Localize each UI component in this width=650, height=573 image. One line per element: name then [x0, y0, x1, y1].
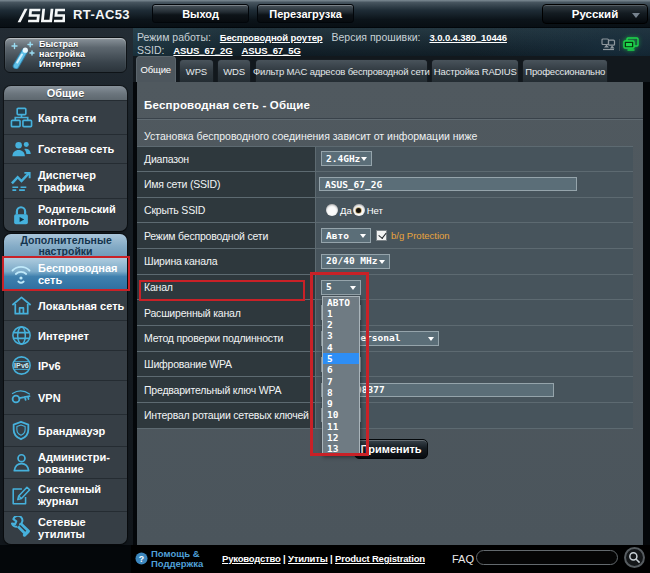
lan-icon — [4, 294, 38, 317]
search-button[interactable] — [624, 547, 645, 568]
help-support-label: Помощь & Поддержка — [151, 549, 203, 568]
sidebar-item-label: Интернет — [38, 330, 89, 342]
icon-divider — [619, 39, 620, 51]
top-bar: RT-AC53 Выход Перезагрузка Русский — [0, 0, 650, 28]
channel-label-highlight — [139, 280, 305, 302]
help-icon: ? — [135, 552, 148, 565]
sidebar-item-vpn[interactable]: VPN — [4, 380, 127, 414]
sidebar-item-label: Гостевая сеть — [38, 143, 114, 155]
section-title-general: Общие — [4, 86, 127, 100]
asus-logo — [17, 8, 65, 27]
router-admin-page: RT-AC53 Выход Перезагрузка Русский Режим… — [0, 0, 650, 573]
traffic-manager-icon — [4, 170, 38, 193]
manual-link[interactable]: Руководство — [222, 553, 281, 564]
sidebar-item-label: Родительский контроль — [38, 203, 127, 227]
operation-mode-link[interactable]: Беспроводной роутер — [220, 32, 323, 43]
quick-setup-label: Быстрая настройка Интернет — [39, 40, 85, 69]
sidebar-item-label: VPN — [38, 392, 61, 404]
footer-links: Руководство | Утилиты | Product Registra… — [222, 553, 425, 564]
sidebar-item-label: Системный журнал — [38, 483, 127, 507]
network-status-icon[interactable] — [623, 37, 639, 53]
sidebar-item-network-map[interactable]: Карта сети — [4, 100, 127, 134]
hide-ssid-yes-label: Да — [340, 205, 352, 216]
ssid-link-5g[interactable]: ASUS_67_5G — [241, 45, 300, 56]
channel-dropdown-highlight — [310, 272, 370, 457]
hide-ssid-no-radio[interactable] — [353, 204, 365, 216]
row-label: Расширенный канал — [137, 300, 316, 325]
firmware-version-link[interactable]: 3.0.0.4.380_10446 — [429, 32, 507, 43]
table-row: Предварительный ключ WPA — [137, 377, 633, 403]
row-label: Ширина канала — [137, 249, 316, 274]
table-row: Ширина канала 20/40 MHz — [137, 249, 633, 275]
utilities-link[interactable]: Утилиты — [288, 553, 328, 564]
parental-control-icon — [4, 204, 38, 227]
tab-radius[interactable]: Настройка RADIUS — [431, 59, 519, 82]
administration-icon — [4, 451, 38, 474]
hide-ssid-no-label: Нет — [367, 205, 383, 216]
sidebar-item-parental-control[interactable]: Родительский контроль — [4, 198, 127, 231]
sidebar-item-label: Карта сети — [38, 112, 96, 124]
footer: ? Помощь & Поддержка Руководство | Утили… — [131, 545, 650, 573]
product-registration-link[interactable]: Product Registration — [335, 553, 425, 564]
tab-wps[interactable]: WPS — [179, 59, 214, 82]
title-divider — [137, 118, 643, 120]
operation-mode-line: Режим работы: Беспроводной роутер Версия… — [137, 31, 507, 43]
sidebar-item-label: Брандмауэр — [38, 425, 105, 437]
tab-wds[interactable]: WDS — [217, 59, 252, 82]
svg-text:?: ? — [139, 554, 144, 564]
row-label: Метод проверки подлинности — [137, 326, 316, 351]
sidebar-item-wan[interactable]: Интернет — [4, 320, 127, 350]
row-label: Интервал ротации сетевых ключей — [137, 403, 316, 428]
wireless-item-highlight — [2, 256, 130, 291]
chevron-down-icon — [632, 13, 640, 18]
bg-protection-label: b/g Protection — [391, 230, 450, 241]
faq-label: FAQ — [452, 553, 474, 565]
sidebar-item-system-log[interactable]: Системный журнал — [4, 478, 127, 511]
settings-tabs: Общие WPS WDS Фильтр MAC адресов беспров… — [136, 56, 608, 82]
ssid-line: SSID: ASUS_67_2G ASUS_67_5G — [137, 44, 301, 56]
table-row: Метод проверки подлинности WPA2-Personal — [137, 326, 633, 352]
table-row: Шифрование WPA — [137, 352, 633, 378]
sidebar-item-administration[interactable]: Администри-рование — [4, 446, 127, 478]
ipv6-icon: IPv6 — [4, 354, 38, 377]
quick-setup-button[interactable]: Быстрая настройка Интернет — [4, 37, 127, 73]
language-select[interactable]: Русский — [542, 4, 648, 24]
row-label: Предварительный ключ WPA — [137, 377, 316, 402]
guest-network-icon — [4, 138, 38, 161]
sidebar-item-label: Сетевые утилиты — [38, 516, 127, 540]
page-description: Установка беспроводного соединения завис… — [144, 130, 477, 142]
firewall-icon — [4, 419, 38, 442]
table-row: Режим беспроводной сети Авто b/g Protect… — [137, 223, 633, 249]
language-value: Русский — [572, 8, 618, 20]
vpn-icon — [4, 386, 38, 410]
sidebar-item-firewall[interactable]: Брандмауэр — [4, 414, 127, 446]
sidebar-item-ipv6[interactable]: IPv6 IPv6 — [4, 350, 127, 380]
search-icon — [628, 551, 641, 564]
tab-general[interactable]: Общие — [136, 56, 177, 82]
hide-ssid-yes-radio[interactable] — [326, 204, 338, 216]
wireless-mode-select[interactable]: Авто — [321, 228, 371, 243]
sidebar-item-lan[interactable]: Локальная сеть — [4, 290, 127, 320]
ssid-input[interactable] — [319, 177, 577, 191]
tab-mac-filter[interactable]: Фильтр MAC адресов беспроводной сети — [255, 59, 429, 82]
sidebar-item-label: Локальная сеть — [38, 300, 124, 312]
sidebar-item-network-tools[interactable]: Сетевые утилиты — [4, 511, 127, 544]
band-select[interactable]: 2.4GHz — [321, 151, 372, 166]
help-support[interactable]: ? Помощь & Поддержка — [135, 549, 203, 568]
sidebar-item-guest-network[interactable]: Гостевая сеть — [4, 134, 127, 163]
table-row: Интервал ротации сетевых ключей — [137, 403, 633, 429]
system-log-icon — [4, 484, 38, 507]
network-tools-icon — [4, 516, 38, 540]
bg-protection-checkbox[interactable] — [376, 230, 387, 241]
ssid-link-2g[interactable]: ASUS_67_2G — [173, 45, 232, 56]
reboot-button[interactable]: Перезагрузка — [257, 4, 354, 23]
content-panel: Беспроводная сеть - Общие Установка бесп… — [137, 82, 643, 545]
row-label: Имя сети (SSID) — [137, 172, 316, 197]
clients-icon[interactable] — [601, 38, 616, 53]
channel-width-select[interactable]: 20/40 MHz — [321, 254, 390, 269]
faq-search-input[interactable] — [476, 550, 618, 565]
logout-button[interactable]: Выход — [152, 4, 249, 23]
table-row: Имя сети (SSID) — [137, 172, 633, 198]
sidebar-item-traffic-manager[interactable]: Диспетчер трафика — [4, 163, 127, 198]
tab-professional[interactable]: Профессионально — [522, 59, 608, 82]
